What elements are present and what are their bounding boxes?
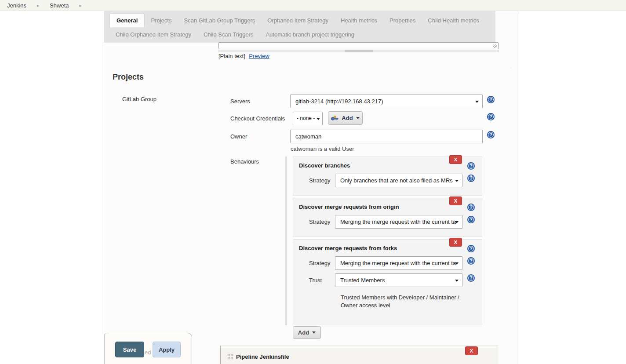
behaviour-card-title: Discover branches bbox=[299, 162, 350, 169]
breadcrumb-jenkins[interactable]: Jenkins bbox=[7, 2, 26, 9]
jenkins-config-page: Jenkins ▸ Shweta ▸ General Projects Scan… bbox=[0, 0, 626, 364]
strategy-select[interactable]: Merging the merge request with the curre… bbox=[335, 256, 462, 270]
tab-health-metrics[interactable]: Health metrics bbox=[335, 14, 383, 27]
tab-child-health-metrics[interactable]: Child Health metrics bbox=[422, 14, 485, 27]
tab-projects[interactable]: Projects bbox=[145, 14, 178, 27]
remove-behaviour-button[interactable]: X bbox=[449, 155, 462, 164]
remove-behaviour-button[interactable]: X bbox=[449, 238, 462, 247]
servers-help-icon[interactable]: ? bbox=[487, 96, 495, 103]
strategy-select-value: Merging the merge request with the curre… bbox=[340, 218, 456, 225]
description-textarea[interactable] bbox=[218, 42, 499, 49]
strategy-label: Strategy bbox=[309, 260, 330, 266]
behaviour-card-title: Discover merge requests from forks bbox=[299, 245, 397, 251]
breadcrumb: Jenkins ▸ Shweta ▸ bbox=[0, 0, 626, 11]
description-footer: [Plain text] Preview bbox=[218, 53, 269, 59]
owner-label: Owner bbox=[230, 133, 247, 140]
strategy-label: Strategy bbox=[309, 218, 330, 225]
trust-label: Trust bbox=[309, 277, 322, 284]
strategy-help-icon[interactable]: ? bbox=[467, 216, 475, 223]
trust-help-text: Trusted Members with Developer / Maintai… bbox=[341, 294, 467, 309]
behaviour-card-title: Discover merge requests from origin bbox=[299, 204, 399, 210]
tab-orphaned-item-strategy[interactable]: Orphaned Item Strategy bbox=[261, 14, 335, 27]
tab-child-orphaned-item-strategy[interactable]: Child Orphaned Item Strategy bbox=[109, 28, 197, 41]
strategy-label: Strategy bbox=[309, 177, 330, 184]
tab-row-2: Child Orphaned Item Strategy Child Scan … bbox=[104, 27, 495, 42]
apply-button[interactable]: Apply bbox=[153, 342, 181, 357]
breadcrumb-separator-icon: ▸ bbox=[79, 3, 81, 8]
breadcrumb-shweta[interactable]: Shweta bbox=[50, 2, 69, 9]
behaviours-drag-strip[interactable] bbox=[285, 157, 287, 325]
strategy-select[interactable]: Only branches that are not also filed as… bbox=[335, 174, 462, 187]
add-behaviour-label: Add bbox=[298, 329, 309, 336]
chevron-down-icon bbox=[317, 118, 320, 120]
servers-select-value: gitlab-3214 (http://192.168.43.217) bbox=[295, 98, 383, 105]
owner-validation-message: catwoman is a valid User bbox=[291, 146, 354, 152]
checkout-credentials-label: Checkout Credentials bbox=[230, 115, 285, 122]
chevron-down-icon bbox=[455, 262, 459, 265]
plain-text-label: [Plain text] bbox=[218, 53, 245, 59]
remove-pipeline-button[interactable]: X bbox=[465, 346, 478, 355]
chevron-down-icon bbox=[356, 117, 360, 119]
chevron-down-icon bbox=[455, 180, 459, 182]
servers-label: Servers bbox=[230, 98, 250, 105]
key-icon bbox=[331, 116, 338, 121]
strategy-help-icon[interactable]: ? bbox=[467, 175, 475, 182]
chevron-down-icon bbox=[312, 331, 316, 334]
remove-behaviour-button[interactable]: X bbox=[449, 197, 462, 205]
checkout-credentials-value: - none - bbox=[297, 115, 315, 121]
add-behaviour-button[interactable]: Add bbox=[293, 326, 321, 339]
behaviour-help-icon[interactable]: ? bbox=[467, 162, 475, 170]
save-button[interactable]: Save bbox=[115, 342, 144, 357]
drag-handle-icon[interactable] bbox=[227, 353, 233, 360]
config-tab-bar: General Projects Scan GitLab Group Trigg… bbox=[104, 11, 495, 43]
trust-help-icon[interactable]: ? bbox=[467, 274, 475, 282]
trust-select-value: Trusted Members bbox=[340, 277, 385, 284]
gitlab-group-label: GitLab Group bbox=[122, 96, 156, 102]
projects-section-title: Projects bbox=[113, 73, 144, 82]
strategy-help-icon[interactable]: ? bbox=[467, 257, 475, 265]
strategy-select[interactable]: Merging the merge request with the curre… bbox=[335, 215, 462, 229]
tab-properties[interactable]: Properties bbox=[383, 14, 422, 27]
preview-link[interactable]: Preview bbox=[249, 53, 269, 59]
behaviours-label: Behaviours bbox=[230, 158, 259, 165]
textarea-drag-bar[interactable] bbox=[218, 50, 499, 52]
textarea-drag-grip bbox=[345, 51, 373, 51]
tab-child-scan-triggers[interactable]: Child Scan Triggers bbox=[197, 28, 259, 41]
tab-automatic-branch-project-triggering[interactable]: Automatic branch project triggering bbox=[259, 28, 360, 41]
textarea-resize-icon bbox=[493, 44, 497, 48]
behaviour-help-icon[interactable]: ? bbox=[467, 245, 475, 252]
occluded-text: ed bbox=[145, 349, 151, 356]
chevron-down-icon bbox=[455, 221, 459, 223]
owner-help-icon[interactable]: ? bbox=[487, 131, 495, 138]
section-divider bbox=[106, 68, 513, 68]
strategy-select-value: Only branches that are not also filed as… bbox=[340, 177, 453, 184]
pipeline-section-title: Pipeline Jenkinsfile bbox=[236, 353, 289, 360]
owner-input[interactable]: catwoman bbox=[290, 130, 483, 143]
tab-scan-gitlab-group-triggers[interactable]: Scan GitLab Group Triggers bbox=[178, 14, 261, 27]
breadcrumb-separator-icon: ▸ bbox=[37, 3, 39, 8]
checkout-credentials-help-icon[interactable]: ? bbox=[487, 113, 495, 120]
chevron-down-icon bbox=[475, 101, 479, 103]
checkout-credentials-select[interactable]: - none - bbox=[293, 112, 323, 125]
tab-general[interactable]: General bbox=[109, 13, 145, 27]
trust-select[interactable]: Trusted Members bbox=[335, 273, 462, 287]
add-credentials-button[interactable]: Add bbox=[328, 111, 363, 125]
behaviour-help-icon[interactable]: ? bbox=[467, 204, 475, 211]
strategy-select-value: Merging the merge request with the curre… bbox=[340, 260, 456, 266]
tab-row-1: General Projects Scan GitLab Group Trigg… bbox=[104, 11, 495, 27]
chevron-down-icon bbox=[455, 280, 459, 282]
servers-select[interactable]: gitlab-3214 (http://192.168.43.217) bbox=[290, 95, 483, 108]
add-credentials-label: Add bbox=[342, 115, 353, 121]
